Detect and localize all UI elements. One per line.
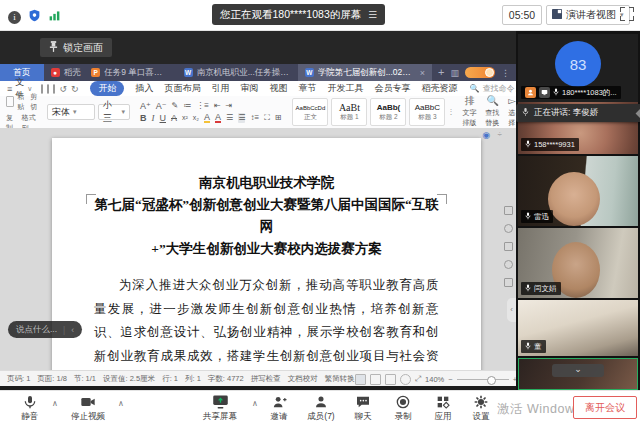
text-layout-tool[interactable]: 排 文字排版 [462,96,477,128]
highlight-color-icon[interactable]: A [204,113,210,123]
mute-button[interactable]: 静音 [10,393,50,423]
numbered-list-icon[interactable]: ⋮≡ [196,101,209,111]
document-page[interactable]: 南京机电职业技术学院 第七届“冠盛杯”创新创意创业大赛暨第八届中国国际“互联网 … [52,138,481,370]
chat-quick-input[interactable]: 说点什么... | ‹ [8,321,82,338]
video-options-chevron[interactable]: ∧ [118,399,124,408]
zoom-out-icon[interactable]: − [448,375,452,384]
font-larger-icon[interactable]: A⁺ [140,101,151,111]
settings-button[interactable]: 设置 [464,393,498,423]
mic-options-chevron[interactable]: ∧ [52,399,58,408]
status-spellcheck[interactable]: 拼写检查 [251,374,281,384]
undo-icon[interactable]: ↺ [59,84,67,94]
reading-mode-icon[interactable]: ▥ [450,68,459,78]
ribbon-tab-references[interactable]: 引用 [211,82,229,95]
text-effect-icon[interactable]: ✎ [172,101,179,111]
status-word-count[interactable]: 字数: 4772 [208,374,244,384]
align-center-icon[interactable]: ☰ [238,113,245,123]
paste-label[interactable]: 粘贴 [18,92,27,112]
fullscreen-button[interactable] [620,7,634,21]
preview-icon[interactable] [53,84,55,94]
signal-icon[interactable] [48,8,61,26]
more-icon[interactable]: ⋮ [501,68,510,78]
align-left-icon[interactable]: ☰ [226,113,233,123]
leave-meeting-button[interactable]: 离开会议 [573,396,637,419]
save-icon[interactable] [41,84,43,94]
superscript-icon[interactable]: x² [182,113,188,123]
participant-tile[interactable]: 闫文娟 [518,228,638,298]
strikethrough-icon[interactable]: A [171,113,177,123]
watching-banner[interactable]: 您正在观看180****1083的屏幕 ☰ [212,4,385,25]
view-web-icon[interactable] [370,374,381,385]
ribbon-tab-member[interactable]: 会员专享 [374,82,410,95]
font-color-icon[interactable]: A [215,113,221,123]
banner-menu-icon[interactable]: ☰ [368,4,377,25]
styles-more-icon[interactable]: ⋮ [447,108,454,116]
chat-collapse-icon[interactable]: ‹ [71,325,74,335]
side-tool-icon[interactable] [504,260,513,269]
find-replace-tool[interactable]: 🔍 查找替换 [485,96,500,128]
zoom-slider[interactable] [457,379,509,380]
line-spacing-icon[interactable]: ↕≡ [250,113,259,123]
underline-button[interactable]: U [160,113,167,123]
ribbon-tab-view[interactable]: 视图 [269,82,287,95]
select-tool[interactable]: ▻ 选择 [508,96,516,128]
share-screen-button[interactable]: 共享屏幕 [192,393,248,423]
participant-tile[interactable]: 雷迅 [518,156,638,226]
style-heading1[interactable]: AaBt 标题 1 [331,98,367,126]
vip-account-badge[interactable] [465,67,495,78]
status-proofread[interactable]: 文档校对 [288,374,318,384]
style-heading2[interactable]: AaBb( 标题 2 [370,98,406,126]
indent-decrease-icon[interactable]: ⇤ [214,101,221,111]
ribbon-tab-docer-res[interactable]: 稻壳资源 [421,82,457,95]
ribbon-tab-dev-tools[interactable]: 开发工具 [327,82,363,95]
members-button[interactable]: 成员(7) [300,393,342,423]
zoom-level[interactable]: 140% [425,375,444,384]
collapse-videos-button[interactable]: ⌄ [552,364,604,377]
close-tab-icon[interactable]: × [420,68,425,78]
indent-increase-icon[interactable]: ⇥ [226,101,233,111]
italic-button[interactable]: I [152,113,155,123]
zoom-slider-knob[interactable] [487,376,496,385]
bold-button[interactable]: B [140,113,147,123]
shield-icon[interactable] [28,8,41,26]
tab-active-doc[interactable]: W 学院第七届创新创...02208022 × [298,64,432,81]
subscript-icon[interactable]: x₂ [193,113,199,123]
bullet-list-icon[interactable]: ≔ [183,101,191,111]
font-name-select[interactable]: 宋体▾ [47,104,95,120]
view-read-icon[interactable] [400,374,411,385]
stop-video-button[interactable]: 停止视频 [62,393,114,423]
ribbon-tab-section[interactable]: 章节 [298,82,316,95]
doc-tool-icon[interactable]: ÷ [498,130,502,139]
invite-button[interactable]: 邀请 [262,393,296,423]
style-normal[interactable]: AaBbCcDd 正文 [292,98,328,126]
font-smaller-icon[interactable]: A⁻ [156,101,167,111]
border-icon[interactable]: ⊞ [275,113,282,123]
ribbon-tab-page-layout[interactable]: 页面布局 [164,82,200,95]
cut-label[interactable]: 剪切 [30,92,39,112]
apps-button[interactable]: 应用 [426,393,460,423]
side-tool-icon[interactable] [504,278,513,287]
font-size-select[interactable]: 小三▾ [98,104,130,120]
fit-page-icon[interactable]: ⤢ [415,374,421,384]
paste-icon[interactable] [6,96,14,107]
tab-ppt-file[interactable]: P 任务9 单口喜剧.pptx [84,64,177,81]
record-button[interactable]: 录制 [386,393,420,423]
participant-tile[interactable]: 童 [518,300,638,356]
side-panel-collapse-handle[interactable]: ‹ [507,298,516,322]
participant-tile-active[interactable]: ⌄ [518,358,638,390]
shading-icon[interactable]: ⛶ [264,113,270,123]
info-icon[interactable]: i [8,11,21,24]
doc-locate-pin-icon[interactable]: ◉ [482,130,490,140]
status-convert[interactable]: 繁简转换 [325,374,355,384]
side-tool-icon[interactable] [504,242,513,251]
participant-tile-sharer[interactable]: 83 180****1083的... [518,34,638,102]
view-outline-icon[interactable] [385,374,396,385]
print-icon[interactable] [47,84,49,94]
style-heading3[interactable]: AaBbC 标题 3 [409,98,445,126]
redo-icon[interactable]: ↻ [71,84,79,94]
chat-button[interactable]: 聊天 [346,393,380,423]
ribbon-tab-review[interactable]: 审阅 [240,82,258,95]
side-tool-icon[interactable] [504,224,513,233]
ribbon-tab-start[interactable]: 开始 [90,81,124,96]
view-page-icon[interactable] [355,374,366,385]
